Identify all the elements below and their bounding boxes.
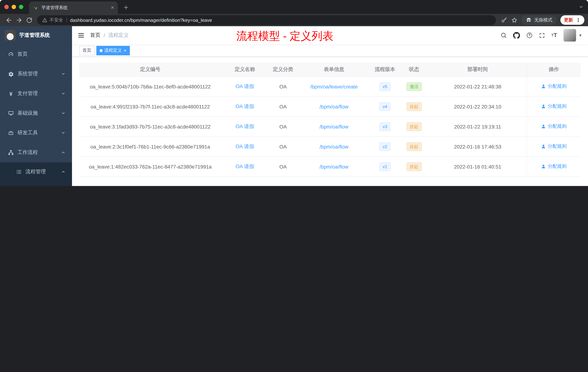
address-bar[interactable]: 不安全 dashboard.yudao.iocoder.cn/bpm/manag… — [37, 15, 496, 25]
browser-tab[interactable]: 芋道管理系统 × — [29, 1, 118, 14]
version-tag: v3 — [379, 122, 390, 131]
col-process-version: 流程版本 — [370, 63, 399, 77]
status-tag: 挂起 — [406, 102, 422, 111]
category-cell: OA — [269, 117, 298, 136]
assign-rule-link[interactable]: 分配规则 — [541, 163, 567, 170]
browser-toolbar: 不安全 dashboard.yudao.iocoder.cn/bpm/manag… — [0, 14, 588, 26]
update-label: 更新 — [564, 17, 573, 23]
reload-icon[interactable] — [24, 15, 34, 25]
security-label[interactable]: 不安全 — [50, 17, 63, 23]
definition-name-link[interactable]: OA 请假 — [235, 143, 254, 149]
deploy-time-cell: 2022-01-16 01:40:51 — [429, 156, 527, 176]
tags-view: 首页 流程定义 × — [72, 44, 588, 57]
sidebar-item-infra[interactable]: 基础设施 — [0, 103, 72, 123]
caret-down-icon[interactable]: ▾ — [579, 33, 581, 38]
sidebar-item-label: 工作流程 — [17, 149, 38, 156]
logo[interactable]: 芋道管理系统 — [0, 26, 72, 44]
github-icon[interactable] — [513, 32, 520, 39]
help-icon[interactable] — [526, 32, 533, 39]
sidebar-item-home[interactable]: 首页 — [0, 44, 72, 64]
forward-icon[interactable] — [14, 15, 24, 25]
chevron-down-icon — [61, 111, 65, 115]
user-icon — [541, 144, 546, 149]
status-tag: 挂起 — [406, 142, 422, 151]
font-size-icon[interactable]: TT — [551, 33, 557, 38]
assign-rule-link[interactable]: 分配规则 — [541, 83, 567, 90]
sidebar-item-system[interactable]: 系统管理 — [0, 64, 72, 84]
menu-dots-icon[interactable]: ⋮ — [576, 17, 581, 23]
minimize-window-button[interactable] — [12, 5, 16, 9]
chevron-down-icon — [61, 72, 65, 76]
col-actions: 操作 — [527, 63, 581, 77]
form-link[interactable]: /bpm/oa/leave/create — [310, 84, 358, 89]
sidebar: 芋道管理系统 首页 系统管理 ¥ 支付管理 — [0, 26, 72, 186]
category-cell: OA — [269, 136, 298, 156]
definition-id-cell: oa_leave:3:1fad3d93-7b75-11ec-a3c8-acde4… — [79, 117, 221, 136]
sidebar-item-workflow[interactable]: 工作流程 — [0, 143, 72, 162]
update-button[interactable]: 更新 ⋮ — [560, 15, 584, 25]
close-window-button[interactable] — [4, 5, 9, 9]
table-row: oa_leave:2:3c1f0ef1-76b1-11ec-9c66-a2380… — [79, 136, 581, 156]
list-icon — [16, 169, 22, 175]
sidebar-item-devtools[interactable]: 研发工具 — [0, 123, 72, 143]
logo-title: 芋道管理系统 — [19, 32, 50, 39]
user-icon — [541, 84, 546, 89]
breadcrumb-home[interactable]: 首页 — [90, 32, 100, 39]
definition-name-link[interactable]: OA 请假 — [235, 123, 254, 129]
user-icon — [541, 104, 546, 109]
navbar-actions: TT ▾ — [500, 29, 588, 42]
definition-name-link[interactable]: OA 请假 — [235, 163, 254, 169]
table-row: oa_leave:3:1fad3d93-7b75-11ec-a3c8-acde4… — [79, 117, 581, 136]
definition-name-link[interactable]: OA 请假 — [235, 103, 254, 109]
search-icon[interactable] — [500, 32, 507, 39]
close-icon[interactable]: × — [124, 48, 126, 53]
hamburger-icon[interactable] — [72, 26, 90, 44]
tag-label: 首页 — [83, 47, 91, 54]
assign-rule-link[interactable]: 分配规则 — [541, 123, 567, 130]
form-link[interactable]: /bpm/oa/flow — [320, 124, 348, 129]
form-link[interactable]: /bpm/oa/flow — [320, 164, 348, 169]
assign-rule-link[interactable]: 分配规则 — [541, 143, 567, 150]
url-text: dashboard.yudao.iocoder.cn/bpm/manager/d… — [70, 17, 212, 23]
version-tag: v5 — [379, 82, 390, 91]
form-link[interactable]: /bpm/oa/flow — [320, 104, 348, 109]
incognito-icon — [526, 17, 532, 23]
breadcrumb-separator: / — [104, 33, 105, 38]
user-icon — [541, 124, 546, 129]
zoom-window-button[interactable] — [19, 5, 23, 9]
tag-current[interactable]: 流程定义 × — [96, 46, 130, 55]
sidebar-item-payment[interactable]: ¥ 支付管理 — [0, 84, 72, 103]
star-icon[interactable] — [509, 15, 519, 25]
col-definition-id: 定义编号 — [79, 63, 221, 77]
col-definition-name: 定义名称 — [221, 63, 269, 77]
col-status: 状态 — [399, 63, 429, 77]
sidebar-item-process-management[interactable]: 流程管理 — [0, 162, 72, 181]
table-row: oa_leave:5:004b710b-7b8a-11ec-8ef0-acde4… — [79, 77, 581, 97]
assign-rule-link[interactable]: 分配规则 — [541, 103, 567, 110]
navbar: 首页 / 流程定义 流程模型 - 定义列表 — [72, 26, 588, 44]
new-tab-button[interactable] — [121, 2, 131, 12]
browser-window: 芋道管理系统 × 不安全 dashboard.yudao.iocoder.cn/… — [0, 0, 588, 186]
search-tabs-icon[interactable] — [578, 4, 584, 10]
definition-table: 定义编号 定义名称 定义分类 表单信息 流程版本 状态 部署时间 操作 oa_l — [79, 63, 581, 177]
monitor-icon — [8, 110, 14, 116]
version-tag: v4 — [379, 102, 390, 111]
fullscreen-icon[interactable] — [539, 32, 545, 38]
tag-home[interactable]: 首页 — [79, 46, 94, 55]
tab-close-icon[interactable]: × — [111, 4, 114, 11]
avatar[interactable] — [563, 29, 576, 42]
version-tag: v1 — [379, 162, 390, 171]
user-icon — [541, 164, 546, 169]
sidebar-item-process-form[interactable]: 流程表单 — [0, 181, 72, 186]
form-link[interactable]: /bpm/oa/flow — [320, 144, 348, 149]
app: 芋道管理系统 首页 系统管理 ¥ 支付管理 — [0, 26, 588, 186]
status-tag: 挂起 — [406, 122, 422, 131]
deploy-time-cell: 2022-01-16 17:46:53 — [429, 136, 527, 156]
table-row: oa_leave:4:991f2193-7b7f-11ec-a3c8-acde4… — [79, 97, 581, 117]
definition-name-link[interactable]: OA 请假 — [235, 83, 254, 89]
key-icon[interactable] — [499, 15, 509, 25]
incognito-badge: 无痕模式 — [521, 15, 557, 25]
chevron-down-icon — [61, 91, 65, 96]
version-tag: v2 — [379, 142, 390, 151]
back-icon[interactable] — [4, 15, 14, 25]
